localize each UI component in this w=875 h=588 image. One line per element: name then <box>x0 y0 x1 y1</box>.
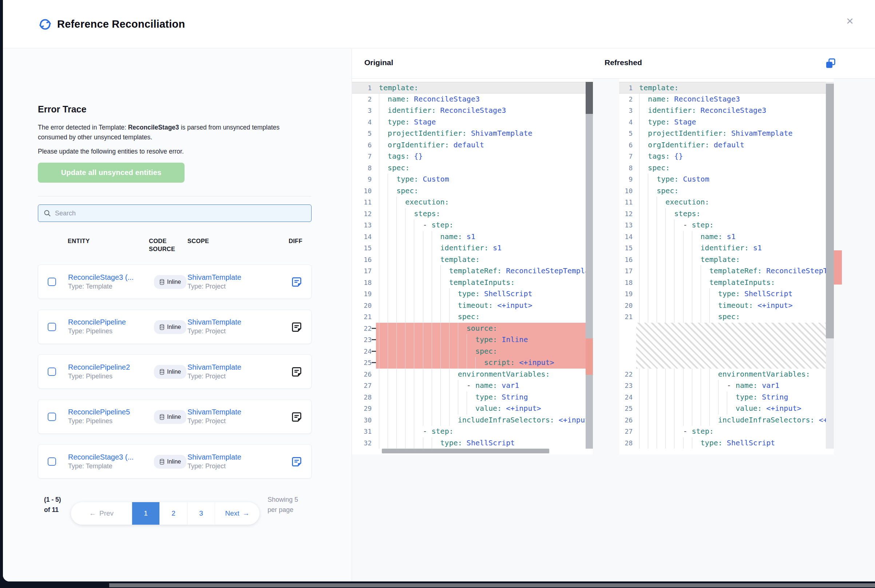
table-row: ReconcilePipeline5 Type: Pipelines Inlin… <box>38 399 312 434</box>
entity-link[interactable]: ReconcilePipeline <box>68 318 150 326</box>
line-number: 26 <box>352 369 376 380</box>
diff-note-icon[interactable] <box>291 321 302 333</box>
browser-horizontal-scrollbar[interactable] <box>109 583 875 587</box>
code-line: 25 script: <+input> <box>352 357 593 369</box>
line-number: 15 <box>619 242 636 254</box>
line-number: 18 <box>352 277 376 288</box>
code-line: 23 - name: var1 <box>619 380 834 392</box>
diff-note-icon[interactable] <box>291 366 302 378</box>
line-number: 19 <box>352 288 376 300</box>
row-checkbox[interactable] <box>48 278 56 286</box>
row-checkbox[interactable] <box>48 412 56 421</box>
scope-link[interactable]: ShivamTemplate <box>188 453 271 461</box>
line-number: 17 <box>619 265 636 277</box>
prev-page-button[interactable]: ←Prev <box>71 502 132 525</box>
code-line: 5 projectIdentifier: ShivamTemplate <box>619 128 834 140</box>
column-header-code-source: CODE SOURCE <box>149 237 180 253</box>
search-icon <box>43 209 51 217</box>
code-line: 24 spec: <box>352 346 593 357</box>
line-number: 23 <box>352 334 376 346</box>
line-number: 12 <box>352 208 376 220</box>
error-description-line2: Please update the following entities to … <box>38 148 293 155</box>
line-number: 24 <box>619 392 636 403</box>
code-line: 13 - step: <box>619 219 834 231</box>
code-source-label: Inline <box>167 279 181 285</box>
row-checkbox[interactable] <box>48 323 56 331</box>
code-line: 18 templateInputs: <box>352 277 593 288</box>
entity-link[interactable]: ReconcilePipeline2 <box>68 363 150 372</box>
entity-type-label: Type: Template <box>68 283 150 290</box>
line-number: 20 <box>352 300 376 312</box>
copy-icon[interactable] <box>824 57 837 69</box>
refreshed-vertical-scrollbar <box>826 82 834 448</box>
code-line: 6 orgIdentifier: default <box>352 140 593 151</box>
code-source-badge: Inline <box>154 275 186 289</box>
line-number: 27 <box>619 426 636 437</box>
entity-link[interactable]: ReconcileStage3 (... <box>68 453 150 461</box>
original-scrollbar-thumb[interactable] <box>585 82 593 114</box>
refreshed-scrollbar-thumb[interactable] <box>826 84 834 338</box>
line-number: 21 <box>619 311 636 323</box>
code-line: 27 - name: var1 <box>352 380 593 392</box>
update-all-unsynced-button[interactable]: Update all unsynced entities <box>38 163 185 183</box>
row-checkbox[interactable] <box>48 458 56 466</box>
entity-link[interactable]: ReconcileStage3 (... <box>68 273 150 282</box>
code-line: 4 type: Stage <box>619 116 834 128</box>
code-line: 32 type: ShellScript <box>352 437 593 449</box>
entity-type-label: Type: Pipelines <box>68 327 150 335</box>
original-horizontal-scrollbar[interactable] <box>382 448 549 453</box>
next-page-button[interactable]: Next→ <box>215 502 260 525</box>
code-source-badge: Inline <box>154 365 186 379</box>
code-line: 15 identifier: s1 <box>619 242 834 254</box>
page-button-1[interactable]: 1 <box>132 502 160 525</box>
row-checkbox[interactable] <box>48 368 56 376</box>
scope-link[interactable]: ShivamTemplate <box>188 318 271 326</box>
line-number: 12 <box>619 208 636 220</box>
scope-link[interactable]: ShivamTemplate <box>188 273 271 282</box>
code-line: 14 name: s1 <box>619 231 834 243</box>
code-line: 16 template: <box>619 254 834 266</box>
line-number: 21 <box>352 311 376 323</box>
line-number: 20 <box>619 300 636 312</box>
diff-note-icon[interactable] <box>291 411 302 423</box>
table-row: ReconcilePipeline2 Type: Pipelines Inlin… <box>38 354 312 388</box>
diff-section: Original Refreshed 1template:2 name: Rec… <box>351 48 875 582</box>
right-arrow-icon: → <box>243 509 250 518</box>
line-number: 14 <box>619 231 636 243</box>
code-line: 5 projectIdentifier: ShivamTemplate <box>352 128 593 140</box>
line-number: 17 <box>352 265 376 277</box>
code-line: 9 type: Custom <box>352 174 593 185</box>
scope-link[interactable]: ShivamTemplate <box>188 363 271 372</box>
code-line: 3 identifier: ReconcileStage3 <box>352 105 593 116</box>
table-row: ReconcilePipeline Type: Pipelines Inline… <box>38 310 312 344</box>
code-line: 16 template: <box>352 254 593 266</box>
close-icon[interactable]: × <box>841 12 858 30</box>
table-row: ReconcileStage3 (... Type: Template Inli… <box>38 264 312 299</box>
left-arrow-icon: ← <box>89 509 96 518</box>
code-line: 30 includeInfraSelectors: <+input> <box>352 414 593 426</box>
line-number: 15 <box>352 242 376 254</box>
entity-link[interactable]: ReconcilePipeline5 <box>68 408 150 416</box>
scope-type-label: Type: Project <box>188 373 271 380</box>
original-panel-title: Original <box>364 58 393 67</box>
page-button-2[interactable]: 2 <box>160 502 188 525</box>
code-line: 20 timeout: <+input> <box>619 300 834 312</box>
diff-note-icon[interactable] <box>291 456 302 468</box>
page-button-3[interactable]: 3 <box>188 502 215 525</box>
code-line: 23 type: Inline <box>352 334 593 346</box>
code-line: 14 name: s1 <box>352 231 593 243</box>
line-number: 7 <box>352 151 376 162</box>
diff-note-icon[interactable] <box>291 276 302 288</box>
code-source-badge: Inline <box>154 320 186 334</box>
code-line: 6 orgIdentifier: default <box>619 140 834 151</box>
code-line: 18 templateInputs: <box>619 277 834 288</box>
code-line: 21 spec: <box>619 311 834 323</box>
code-line: 8 spec: <box>352 162 593 174</box>
line-number: 1 <box>619 82 636 93</box>
code-line: 22 source: <box>352 323 593 334</box>
search-input[interactable] <box>55 210 306 217</box>
scope-link[interactable]: ShivamTemplate <box>188 408 271 416</box>
code-line: 11 execution: <box>352 196 593 208</box>
code-line: 12 steps: <box>352 208 593 220</box>
code-source-badge: Inline <box>154 410 186 424</box>
